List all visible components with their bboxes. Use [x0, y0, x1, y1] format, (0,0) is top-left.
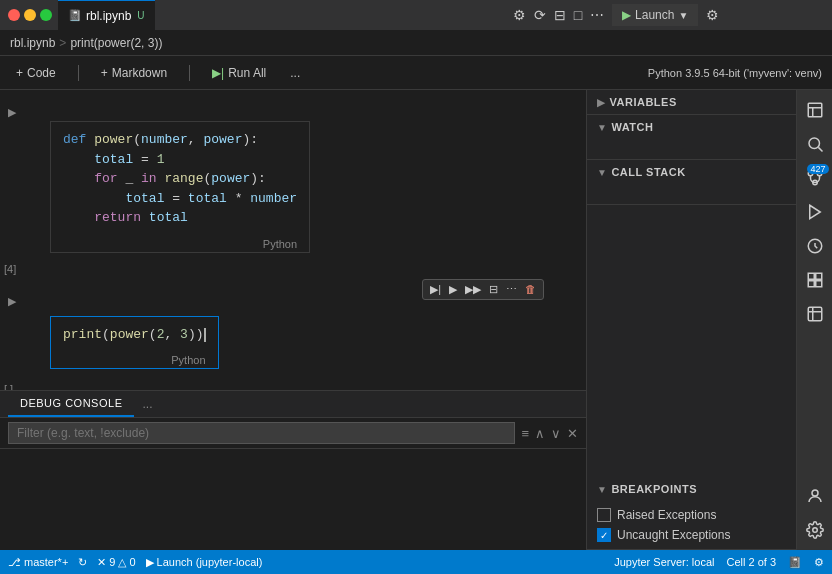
launch-button[interactable]: ▶ Launch ▼ [612, 4, 698, 26]
title-bar-left: 📓 rbl.ipynb U [8, 0, 408, 30]
filter-down-icon[interactable]: ∨ [551, 426, 561, 441]
watch-header[interactable]: ▼ WATCH [587, 115, 796, 139]
git-branch-item[interactable]: ⎇ master*+ [8, 556, 68, 569]
plus-icon: + [16, 66, 23, 80]
code-block-2[interactable]: print(power(2, 3)) [51, 317, 218, 353]
svg-rect-11 [815, 273, 821, 279]
sync-item[interactable]: ↻ [78, 556, 87, 569]
filter-input[interactable] [8, 422, 515, 444]
breakpoints-header[interactable]: ▼ BREAKPOINTS [587, 477, 796, 501]
activity-bar-explorer[interactable] [799, 94, 831, 126]
jupyter-server-item[interactable]: Jupyter Server: local [614, 556, 714, 568]
activity-bar-run[interactable] [799, 230, 831, 262]
call-stack-chevron-icon: ▼ [597, 167, 607, 178]
cell-meta-2: Python [51, 352, 218, 368]
title-bar-center: ⚙ ⟳ ⊟ □ ⋯ ▶ Launch ▼ ⚙ [416, 4, 816, 26]
raised-exceptions-item: Raised Exceptions [597, 505, 786, 525]
call-stack-header[interactable]: ▼ CALL STACK [587, 160, 796, 184]
panel-spacer [587, 205, 796, 477]
cell-label-2: [ ] [4, 383, 13, 390]
status-bar-right: Jupyter Server: local Cell 2 of 3 📓 ⚙ [614, 556, 824, 569]
variables-header[interactable]: ▶ VARIABLES [587, 90, 796, 114]
add-markdown-button[interactable]: + Markdown [95, 64, 173, 82]
breadcrumb-file[interactable]: rbl.ipynb [10, 36, 55, 50]
jupyter-server-label: Jupyter Server: local [614, 556, 714, 568]
plus-icon-2: + [101, 66, 108, 80]
code-block-1[interactable]: def power(number, power): total = 1 for … [51, 122, 309, 236]
toolbar-divider-2 [189, 65, 190, 81]
status-settings-item[interactable]: ⚙ [814, 556, 824, 569]
history-icon[interactable]: ⟳ [534, 7, 546, 23]
run-all-icon: ▶| [212, 66, 224, 80]
title-bar: 📓 rbl.ipynb U ⚙ ⟳ ⊟ □ ⋯ ▶ Launch ▼ ⚙ [0, 0, 832, 30]
git-branch-label: master*+ [24, 556, 68, 568]
activity-bar-account[interactable] [799, 480, 831, 512]
right-panel: ▶ VARIABLES ▼ WATCH ▼ CALL STACK ▼ [586, 90, 796, 550]
error-icon: ✕ [97, 556, 106, 569]
activity-bar-settings[interactable] [799, 514, 831, 546]
launch-settings-icon[interactable]: ⚙ [706, 7, 719, 23]
filter-close-icon[interactable]: ✕ [567, 426, 578, 441]
notebook-icon-item[interactable]: 📓 [788, 556, 802, 569]
cell-lang-2: Python [171, 354, 205, 366]
breakpoints-chevron-icon: ▼ [597, 484, 607, 495]
more-actions-button[interactable]: ... [284, 64, 306, 82]
activity-bar-source-control[interactable]: 427 [799, 162, 831, 194]
cell-meta-1: Python [51, 236, 309, 252]
layout-icon[interactable]: □ [574, 7, 582, 23]
settings-icon[interactable]: ⚙ [513, 7, 526, 23]
activity-bar-extensions[interactable] [799, 264, 831, 296]
launch-label: Launch [635, 8, 674, 22]
variables-chevron-icon: ▶ [597, 97, 606, 108]
editor-area: ▶ def power(number, power): total = 1 fo… [0, 90, 586, 390]
status-bar: ⎇ master*+ ↻ ✕ 9 △ 0 ▶ Launch (jupyter-l… [0, 550, 832, 574]
activity-bar-debug[interactable] [799, 196, 831, 228]
debug-console-more[interactable]: ... [134, 391, 160, 417]
uncaught-exceptions-checkbox[interactable]: ✓ [597, 528, 611, 542]
svg-rect-0 [808, 103, 822, 117]
notebook-cell-1: ▶ def power(number, power): total = 1 fo… [0, 98, 586, 275]
maximize-window-btn[interactable] [40, 9, 52, 21]
traffic-lights [8, 9, 52, 21]
activity-bar: 427 [796, 90, 832, 550]
add-code-button[interactable]: + Code [10, 64, 62, 82]
cell-run-button-1[interactable]: ▶ [8, 106, 16, 119]
notebook-cell-2: ▶| ▶ ▶▶ ⊟ ⋯ 🗑 ▶ print(power(2, 3)) [0, 283, 586, 391]
split-icon[interactable]: ⊟ [554, 7, 566, 23]
execute-cell-btn[interactable]: ▶ [446, 282, 460, 297]
close-window-btn[interactable] [8, 9, 20, 21]
more-cell-btn[interactable]: ⋯ [503, 282, 520, 297]
filter-up-icon[interactable]: ∧ [535, 426, 545, 441]
file-tab-indicator: U [137, 10, 144, 21]
delete-cell-btn[interactable]: 🗑 [522, 282, 539, 296]
uncaught-exceptions-item: ✓ Uncaught Exceptions [597, 525, 786, 545]
add-code-label: Code [27, 66, 56, 80]
more-actions-label: ... [290, 66, 300, 80]
minimize-window-btn[interactable] [24, 9, 36, 21]
activity-bar-jupyter[interactable] [799, 298, 831, 330]
debug-console-tab[interactable]: DEBUG CONSOLE [8, 391, 134, 417]
file-tab[interactable]: 📓 rbl.ipynb U [58, 0, 155, 30]
activity-bar-search[interactable] [799, 128, 831, 160]
more-icon[interactable]: ⋯ [590, 7, 604, 23]
execute-above-btn[interactable]: ▶| [427, 282, 444, 297]
watch-section: ▼ WATCH [587, 115, 796, 160]
errors-item[interactable]: ✕ 9 △ 0 [97, 556, 135, 569]
split-cell-btn[interactable]: ⊟ [486, 282, 501, 297]
cell-content-2: print(power(2, 3)) Python [50, 316, 219, 370]
run-all-label: Run All [228, 66, 266, 80]
raised-exceptions-checkbox[interactable] [597, 508, 611, 522]
filter-list-icon[interactable]: ≡ [521, 426, 529, 441]
cell-info-item[interactable]: Cell 2 of 3 [726, 556, 776, 568]
cell-run-button-2[interactable]: ▶ [8, 295, 16, 308]
breadcrumb-func[interactable]: print(power(2, 3)) [70, 36, 162, 50]
call-stack-label: CALL STACK [611, 166, 685, 178]
execute-below-btn[interactable]: ▶▶ [462, 282, 484, 297]
watch-content [587, 139, 796, 159]
watch-chevron-icon: ▼ [597, 122, 607, 133]
kernel-info[interactable]: Python 3.9.5 64-bit ('myvenv': venv) [648, 67, 822, 79]
errors-count: 9 [109, 556, 115, 568]
notebook-icon: 📓 [788, 556, 802, 569]
launch-item[interactable]: ▶ Launch (jupyter-local) [146, 556, 263, 569]
run-all-button[interactable]: ▶| Run All [206, 64, 272, 82]
